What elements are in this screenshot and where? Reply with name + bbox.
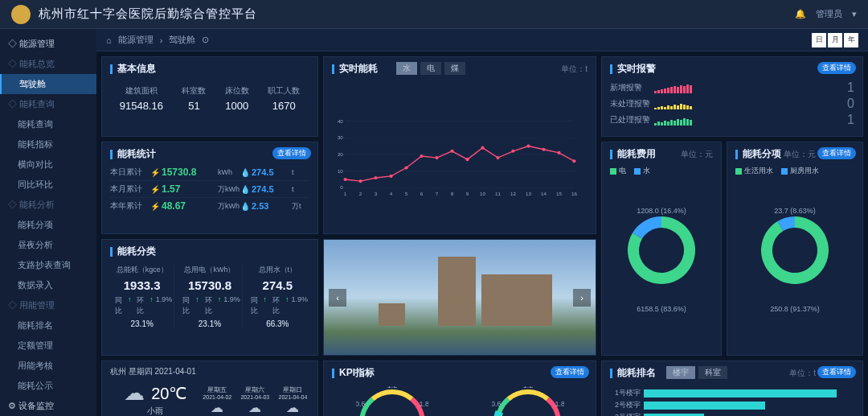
breadcrumb: ⌂ 能源管理› 驾驶舱 ⊙ 日 月 年 xyxy=(96,29,868,51)
svg-text:1.8: 1.8 xyxy=(555,400,563,408)
realtime-tab[interactable]: 水 xyxy=(396,62,417,75)
basic-item: 职工人数1670 xyxy=(268,85,300,112)
svg-point-26 xyxy=(344,178,347,181)
admin-label[interactable]: 管理员 xyxy=(816,8,842,20)
card-title: 基本信息 xyxy=(110,62,309,76)
sidebar-item[interactable]: 能耗分项 xyxy=(0,215,96,235)
sidebar-item[interactable]: 横向对比 xyxy=(0,154,96,175)
svg-point-39 xyxy=(542,148,545,151)
svg-text:2: 2 xyxy=(359,191,362,196)
sidebar-item[interactable]: 能耗排名 xyxy=(0,315,96,336)
stats-more-button[interactable]: 查看详情 xyxy=(272,147,311,159)
classify-col: 总能耗（kgce）1933.3 同比↑环比↑1.9% 23.1% xyxy=(110,265,174,328)
sidebar-item[interactable]: 定额管理 xyxy=(0,336,96,356)
sidebar-item[interactable]: ◇ 用能管理 xyxy=(0,295,96,315)
svg-text:0: 0 xyxy=(340,184,343,190)
breadcrumb-l2[interactable]: 驾驶舱 xyxy=(169,34,195,46)
rank-tab[interactable]: 科室 xyxy=(698,366,727,379)
realtime-tab[interactable]: 煤 xyxy=(444,62,465,75)
next-building-button[interactable]: › xyxy=(573,289,591,307)
sidebar-item[interactable]: 同比环比 xyxy=(0,175,96,195)
svg-text:1.2: 1.2 xyxy=(387,386,397,389)
sidebar-item[interactable]: ⚙ 设备监控 xyxy=(0,396,96,416)
svg-text:4: 4 xyxy=(390,191,393,196)
legend-item: 水 xyxy=(634,166,650,176)
sidebar-item[interactable]: ◇ 能耗查询 xyxy=(0,94,96,114)
subitem-card: 能耗分项 查看详情 单位：元 生活用水厨房用水 250.8 (91.37%)23… xyxy=(727,142,863,356)
sidebar-item[interactable]: ◇ 能耗总览 xyxy=(0,54,96,74)
card-title: KPI指标 xyxy=(332,366,588,380)
alarm-more-button[interactable]: 查看详情 xyxy=(817,62,856,74)
period-month[interactable]: 月 xyxy=(828,33,842,47)
realtime-tab[interactable]: 电 xyxy=(420,62,441,75)
classify-col: 总用水（t）274.5 同比↑环比↑1.9% 66.3% xyxy=(246,265,309,328)
sidebar-item[interactable]: ◇ 能耗分析 xyxy=(0,195,96,215)
bell-icon[interactable]: 🔔 xyxy=(795,9,806,19)
svg-text:1208.0 (16.4%): 1208.0 (16.4%) xyxy=(637,207,686,215)
svg-text:14: 14 xyxy=(541,191,547,196)
svg-text:3: 3 xyxy=(375,191,378,196)
forecast-day: 星期六2021-04-03☁ 11℃~17℃小雨 xyxy=(239,385,272,416)
svg-point-34 xyxy=(465,158,469,161)
app-title: 杭州市红十字会医院后勤综合管控平台 xyxy=(39,6,257,22)
svg-point-32 xyxy=(435,156,438,159)
prev-building-button[interactable]: ‹ xyxy=(329,289,346,307)
sub-more-button[interactable]: 查看详情 xyxy=(817,147,856,159)
unit-label: 单位：元 xyxy=(681,149,713,160)
rank-card: 能耗排名 楼宇科室 查看详情 单位：t 1号楼宇 2号楼宇 3号楼宇 7号楼宇 … xyxy=(601,360,863,416)
svg-text:23.7 (8.63%): 23.7 (8.63%) xyxy=(774,207,816,215)
period-day[interactable]: 日 xyxy=(812,33,826,47)
home-icon[interactable]: ⌂ xyxy=(106,35,112,45)
sidebar-item[interactable]: ◇ 能源管理 xyxy=(0,34,96,54)
svg-text:16: 16 xyxy=(571,191,577,196)
weather-card: 杭州 星期四 2021-04-01 ☁ 20℃ 小雨 空气湿度：92% 空气质量… xyxy=(101,360,318,416)
unit-label: 单位：t xyxy=(789,368,816,379)
weather-city: 杭州 xyxy=(110,367,126,376)
classify-col: 总用电（kWh）15730.8 同比↑环比↑1.9% 23.1% xyxy=(178,265,242,328)
svg-text:1.8: 1.8 xyxy=(419,400,428,408)
svg-text:250.8 (91.37%): 250.8 (91.37%) xyxy=(770,305,820,313)
sidebar-item[interactable]: 能耗公示 xyxy=(0,376,96,396)
forecast-day: 星期五2021-04-02☁ 16℃~21℃小雨 xyxy=(201,385,234,416)
sidebar-item[interactable]: 能耗查询 xyxy=(0,114,96,134)
breadcrumb-l1[interactable]: 能源管理 xyxy=(118,34,154,46)
svg-point-40 xyxy=(557,151,560,154)
sidebar-item[interactable]: 数据录入 xyxy=(0,275,96,295)
weather-temp: 20℃ xyxy=(151,384,186,403)
kpi-more-button[interactable]: 查看详情 xyxy=(551,366,589,378)
sidebar-item[interactable]: 支路抄表查询 xyxy=(0,255,96,275)
svg-text:6: 6 xyxy=(420,191,424,196)
svg-point-37 xyxy=(511,150,514,153)
basic-item: 建筑面积91548.16 xyxy=(120,85,163,112)
svg-point-31 xyxy=(420,154,423,158)
svg-text:1: 1 xyxy=(344,191,347,196)
card-title: 能耗分类 xyxy=(110,245,309,258)
sidebar-item[interactable]: 昼夜分析 xyxy=(0,235,96,255)
building-image-card: ‹ › xyxy=(323,239,596,356)
cost-card: 能耗费用 单位：元 电水 6158.5 (83.6%)1208.0 (16.4%… xyxy=(601,142,722,356)
kpi-gauge: 0.61.21.82.4 0.21单位床位能耗t/床 xyxy=(492,386,564,416)
svg-text:8: 8 xyxy=(451,191,454,196)
sidebar-item[interactable]: 能耗指标 xyxy=(0,134,96,154)
period-year[interactable]: 年 xyxy=(844,33,858,47)
rank-tab[interactable]: 楼宇 xyxy=(666,366,695,379)
topbar: 杭州市红十字会医院后勤综合管控平台 🔔 管理员 ▾ xyxy=(0,0,868,29)
svg-point-36 xyxy=(496,156,499,159)
basic-info-card: 基本信息 建筑面积91548.16科室数51床位数1000职工人数1670 xyxy=(101,56,318,137)
weather-day: 星期四 xyxy=(129,367,153,376)
kpi-gauge: 0.61.21.82.4 0.13人均水耗t/人 xyxy=(356,386,428,416)
svg-point-29 xyxy=(389,175,392,178)
stat-row: 本月累计 ⚡1.57万kWh 💧274.5t xyxy=(110,181,309,198)
sidebar-item[interactable]: 用能考核 xyxy=(0,356,96,376)
sidebar-item[interactable]: 驾驶舱 xyxy=(0,74,96,94)
alarm-row: 新增报警1 xyxy=(610,80,854,95)
rank-more-button[interactable]: 查看详情 xyxy=(817,366,856,378)
dropdown-icon[interactable]: ▾ xyxy=(852,9,857,19)
svg-point-38 xyxy=(526,144,530,147)
play-icon[interactable]: ⊙ xyxy=(202,35,209,45)
svg-text:0.6: 0.6 xyxy=(356,400,365,408)
basic-item: 科室数51 xyxy=(182,85,206,112)
forecast-day: 星期日2021-04-04☁ 9℃~16℃多云 xyxy=(276,385,309,416)
stat-row: 本年累计 ⚡48.67万kWh 💧2.53万t xyxy=(110,198,309,214)
svg-text:15: 15 xyxy=(556,191,562,196)
